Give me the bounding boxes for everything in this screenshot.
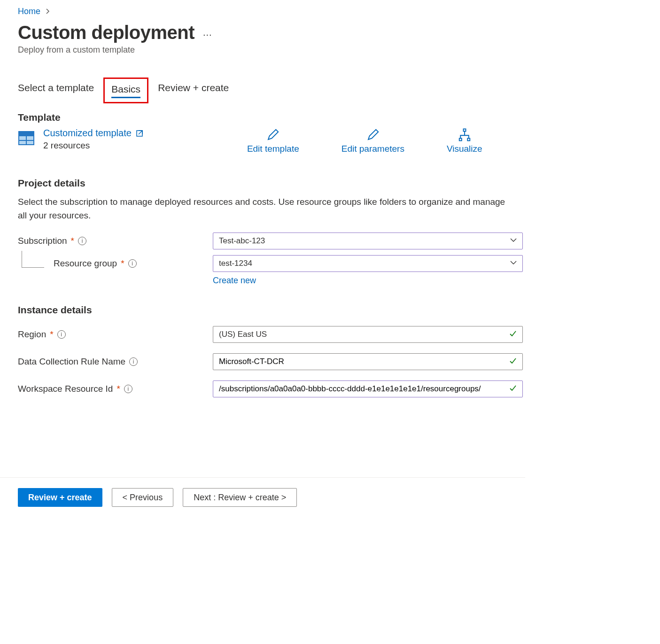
info-icon[interactable]: i [78, 237, 86, 245]
region-label: Region [18, 329, 46, 340]
tree-connector [18, 259, 44, 268]
info-icon[interactable]: i [128, 259, 137, 268]
resource-group-label: Resource group [48, 258, 117, 269]
project-details-description: Select the subscription to manage deploy… [18, 195, 506, 222]
chevron-down-icon [510, 259, 517, 268]
pencil-icon [366, 128, 380, 142]
breadcrumb-home[interactable]: Home [18, 7, 40, 16]
visualize-label: Visualize [447, 144, 482, 154]
subscription-value: Test-abc-123 [219, 236, 265, 246]
previous-button[interactable]: < Previous [112, 488, 174, 507]
tab-select-template[interactable]: Select a template [18, 80, 94, 100]
required-mark: * [121, 258, 124, 269]
required-mark: * [50, 329, 53, 340]
info-icon[interactable]: i [124, 385, 132, 393]
instance-details-heading: Instance details [18, 304, 660, 316]
review-create-button[interactable]: Review + create [18, 488, 102, 507]
edit-template-action[interactable]: Edit template [247, 128, 299, 154]
tab-review-create[interactable]: Review + create [158, 80, 229, 100]
create-new-link[interactable]: Create new [213, 276, 256, 285]
tab-basics[interactable]: Basics [111, 82, 140, 98]
hierarchy-icon [458, 128, 472, 142]
page-subtitle: Deploy from a custom template [18, 45, 660, 55]
customized-template-label: Customized template [43, 128, 132, 139]
pencil-icon [266, 128, 280, 142]
breadcrumb: Home [18, 0, 660, 16]
region-select[interactable]: (US) East US [213, 326, 523, 343]
highlight-box: Basics [103, 78, 148, 103]
resource-group-select[interactable]: test-1234 [213, 255, 523, 272]
info-icon[interactable]: i [129, 357, 138, 366]
customized-template-link[interactable]: Customized template [43, 128, 144, 139]
region-value: (US) East US [219, 330, 267, 339]
svg-rect-6 [459, 139, 462, 141]
chevron-down-icon [510, 236, 517, 246]
open-icon [135, 129, 144, 138]
chevron-right-icon [45, 7, 51, 16]
visualize-action[interactable]: Visualize [447, 128, 482, 154]
edit-parameters-action[interactable]: Edit parameters [342, 128, 404, 154]
resource-group-value: test-1234 [219, 259, 252, 268]
template-resource-count: 2 resources [43, 140, 144, 151]
project-details-heading: Project details [18, 178, 660, 189]
tabs: Select a template Basics Review + create [18, 80, 660, 100]
workspace-id-input[interactable] [213, 380, 523, 397]
required-mark: * [71, 236, 74, 246]
edit-parameters-label: Edit parameters [342, 144, 404, 154]
page-title: Custom deployment [18, 22, 194, 43]
edit-template-label: Edit template [247, 144, 299, 154]
check-icon [509, 384, 517, 394]
svg-rect-7 [467, 139, 470, 141]
more-menu-icon[interactable]: ··· [203, 29, 212, 40]
required-mark: * [116, 384, 120, 394]
svg-rect-5 [463, 129, 466, 132]
dcr-name-input[interactable] [213, 353, 523, 370]
dcr-name-label: Data Collection Rule Name [18, 357, 125, 367]
info-icon[interactable]: i [57, 330, 66, 339]
next-button[interactable]: Next : Review + create > [183, 488, 297, 507]
template-heading: Template [18, 112, 660, 123]
check-icon [509, 357, 517, 367]
subscription-select[interactable]: Test-abc-123 [213, 233, 523, 249]
subscription-label: Subscription [18, 236, 67, 246]
template-icon [18, 130, 35, 148]
footer: Review + create < Previous Next : Review… [18, 478, 660, 521]
workspace-id-label: Workspace Resource Id [18, 384, 113, 394]
check-icon [509, 329, 517, 340]
